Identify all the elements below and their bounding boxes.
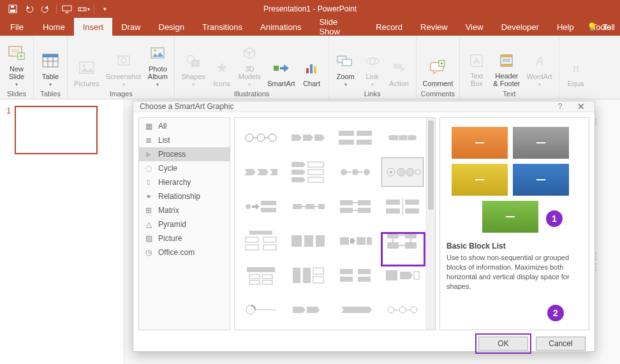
annotation-1: 1 [546, 210, 563, 227]
cat-officecom[interactable]: ◷Office.com [139, 245, 230, 259]
cat-hierarchy[interactable]: 𖠿Hierarchy [139, 175, 230, 189]
tab-insert[interactable]: Insert [74, 18, 113, 36]
tab-home[interactable]: Home [34, 18, 74, 36]
smartart-item[interactable] [381, 192, 424, 221]
wordart-icon: A [529, 51, 550, 71]
text-box-button[interactable]: A Text Box [464, 49, 489, 89]
smartart-item[interactable] [240, 157, 282, 187]
svg-text:A: A [474, 56, 480, 66]
cat-all[interactable]: ▦All [139, 119, 230, 133]
svg-rect-119 [293, 268, 300, 283]
svg-point-21 [83, 64, 85, 67]
smartart-item[interactable] [287, 226, 329, 256]
smartart-item[interactable] [287, 261, 329, 290]
undo-icon[interactable] [22, 3, 37, 15]
tab-help[interactable]: Help [548, 18, 583, 36]
group-slides: New Slide▾ Slides [0, 36, 34, 99]
smartart-item[interactable] [240, 123, 282, 152]
smartart-item[interactable] [240, 192, 282, 221]
smartart-item[interactable] [240, 295, 282, 324]
dialog-close-icon[interactable]: ✕ [570, 101, 592, 112]
group-symbols: π Equa [559, 36, 593, 99]
svg-rect-55 [357, 131, 372, 136]
swatch-green [482, 201, 538, 233]
redo-icon[interactable] [38, 3, 54, 15]
photo-album-button[interactable]: Photo Album▾ [145, 42, 170, 89]
screenshot-icon [114, 51, 134, 71]
smartart-item-selected[interactable] [381, 157, 424, 187]
touch-mode-icon[interactable]: ▾ [76, 3, 91, 15]
smartart-item[interactable] [334, 295, 376, 324]
cat-picture[interactable]: ▧Picture [139, 231, 230, 245]
smartart-item[interactable] [334, 226, 376, 256]
cat-list[interactable]: ≣List [139, 133, 230, 147]
shapes-button[interactable]: Shapes▾ [179, 50, 207, 89]
pictures-button[interactable]: Pictures [71, 57, 102, 89]
icons-icon [212, 58, 232, 78]
chart-button[interactable]: Chart [299, 57, 325, 89]
gallery-scrollbar[interactable] [426, 118, 435, 330]
new-slide-icon [6, 43, 27, 64]
dialog-footer: OK Cancel [133, 335, 594, 351]
tell-me-bulb-icon[interactable]: 💡 [587, 22, 597, 32]
icons-button[interactable]: Icons [209, 57, 235, 89]
tab-view[interactable]: View [457, 18, 492, 36]
header-footer-button[interactable]: Header & Footer [491, 49, 522, 89]
smartart-item[interactable] [334, 123, 376, 152]
table-button[interactable]: Table▾ [38, 50, 63, 89]
equation-button[interactable]: π Equa [563, 57, 589, 89]
window-title: Presentation1 - PowerPoint [263, 4, 357, 13]
svg-rect-93 [249, 231, 272, 235]
wordart-button[interactable]: A WordArt▾ [524, 50, 554, 89]
svg-rect-63 [308, 177, 323, 182]
smartart-item[interactable] [381, 123, 424, 152]
smartart-item[interactable] [240, 226, 282, 256]
tab-file[interactable]: File [0, 18, 34, 36]
smartart-item[interactable] [334, 261, 376, 290]
cat-pyramid[interactable]: △Pyramid [139, 217, 230, 231]
table-icon [40, 51, 61, 71]
smartart-item[interactable] [381, 295, 424, 324]
present-icon[interactable] [59, 3, 75, 15]
zoom-button[interactable]: Zoom▾ [333, 50, 358, 89]
slide-thumbnail[interactable] [15, 106, 98, 154]
smartart-item[interactable] [381, 261, 424, 290]
smartart-item[interactable] [287, 295, 329, 324]
ok-button[interactable]: OK [478, 337, 528, 351]
svg-rect-123 [340, 269, 353, 274]
dialog-help-icon[interactable]: ? [552, 102, 568, 111]
list-icon: ≣ [144, 136, 153, 145]
action-button: Action [387, 57, 412, 89]
smartart-item[interactable] [287, 157, 329, 187]
tab-draw[interactable]: Draw [112, 18, 149, 36]
cat-process[interactable]: ⪢Process [139, 147, 230, 161]
tab-animations[interactable]: Animations [251, 18, 310, 36]
dialog-titlebar[interactable]: Choose a SmartArt Graphic ? ✕ [133, 101, 594, 112]
cat-cycle[interactable]: ◌Cycle [139, 161, 230, 175]
save-icon[interactable] [5, 3, 20, 15]
group-text: A Text Box Header & Footer A WordArt▾ Te… [460, 36, 559, 99]
3d-models-button[interactable]: 3D Models▾ [236, 42, 263, 89]
smartart-item[interactable] [240, 261, 282, 290]
smartart-item[interactable] [287, 123, 329, 152]
cat-matrix[interactable]: ⊞Matrix [139, 203, 230, 217]
smartart-item[interactable] [334, 192, 376, 221]
qat-customize-icon[interactable]: ▾ [97, 3, 112, 15]
cancel-button[interactable]: Cancel [536, 337, 586, 351]
smartart-item[interactable] [287, 192, 329, 221]
tab-review[interactable]: Review [411, 18, 457, 36]
smartart-item[interactable] [334, 157, 376, 187]
new-slide-button[interactable]: New Slide▾ [4, 42, 29, 89]
cat-relationship[interactable]: ⚭Relationship [139, 189, 230, 203]
tab-developer[interactable]: Developer [492, 18, 548, 36]
tell-me-label[interactable]: Tell [602, 22, 615, 32]
tab-transitions[interactable]: Transitions [193, 18, 251, 36]
smartart-button[interactable]: SmartArt [265, 57, 297, 89]
comment-button[interactable]: Comment [420, 57, 456, 89]
svg-rect-77 [293, 204, 302, 209]
svg-rect-114 [247, 267, 275, 272]
tab-design[interactable]: Design [150, 18, 193, 36]
tab-slideshow[interactable]: Slide Show [310, 18, 367, 36]
smartart-item[interactable] [381, 226, 424, 256]
tab-record[interactable]: Record [367, 18, 411, 36]
